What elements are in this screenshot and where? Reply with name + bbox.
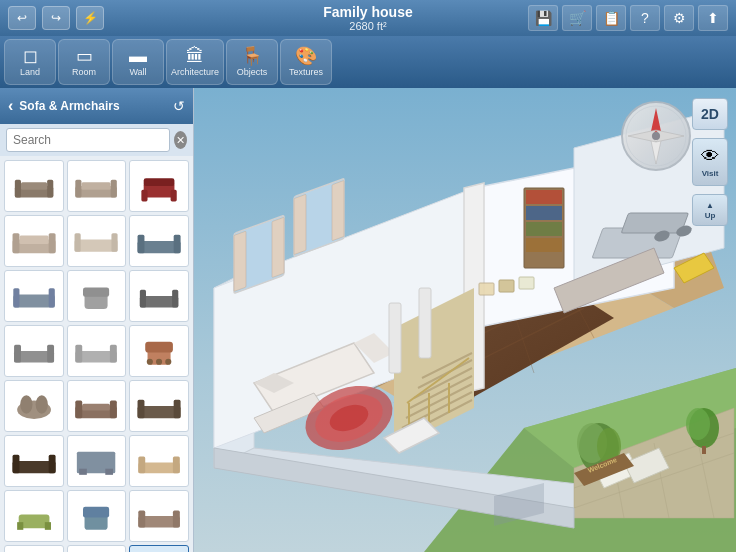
architecture-label: Architecture (171, 67, 219, 77)
search-clear-button[interactable]: ✕ (174, 131, 187, 149)
category-settings-icon[interactable]: ↺ (173, 98, 185, 114)
settings-button[interactable]: ⚙ (664, 5, 694, 31)
svg-rect-9 (144, 178, 175, 186)
upload-button[interactable]: ⬆ (698, 5, 728, 31)
furniture-item-15[interactable] (129, 380, 189, 432)
top-bar-right: 💾 🛒 📋 ? ⚙ ⬆ (528, 5, 728, 31)
furniture-item-16[interactable] (4, 435, 64, 487)
svg-rect-24 (48, 288, 54, 307)
furniture-item-1[interactable] (4, 160, 64, 212)
svg-rect-117 (294, 194, 306, 254)
redo-button[interactable]: ↪ (42, 6, 70, 30)
svg-rect-10 (141, 190, 147, 202)
furniture-item-19[interactable] (4, 490, 64, 542)
svg-rect-22 (13, 294, 55, 307)
furniture-item-17[interactable] (67, 435, 127, 487)
svg-point-40 (165, 359, 171, 365)
svg-rect-6 (111, 180, 117, 198)
furniture-item-2[interactable] (67, 160, 127, 212)
svg-rect-2 (47, 180, 53, 198)
svg-rect-7 (82, 182, 111, 190)
main-layout: ‹ Sofa & Armchairs ↺ ✕ (0, 88, 736, 552)
save-button[interactable]: 💾 (528, 5, 558, 31)
land-label: Land (20, 67, 40, 77)
furniture-item-4[interactable] (4, 215, 64, 267)
furniture-item-13[interactable] (4, 380, 64, 432)
furniture-item-14[interactable] (67, 380, 127, 432)
svg-rect-47 (83, 404, 111, 411)
furniture-item-24[interactable] (129, 545, 189, 552)
svg-point-38 (156, 359, 162, 365)
svg-rect-26 (83, 288, 109, 297)
furniture-item-11[interactable] (67, 325, 127, 377)
house-view: Welcome (194, 88, 736, 552)
svg-point-39 (147, 359, 153, 365)
furniture-item-12[interactable] (129, 325, 189, 377)
land-icon: ◻ (23, 47, 38, 65)
svg-rect-35 (110, 345, 117, 363)
tool-textures[interactable]: 🎨 Textures (280, 39, 332, 85)
svg-rect-114 (234, 231, 246, 291)
up-label: Up (705, 211, 716, 220)
items-grid (0, 156, 193, 552)
flash-button[interactable]: ⚡ (76, 6, 104, 30)
canvas-area[interactable]: Welcome (194, 88, 736, 552)
tool-room[interactable]: ▭ Room (58, 39, 110, 85)
furniture-item-23[interactable] (67, 545, 127, 552)
svg-rect-29 (172, 290, 178, 308)
objects-icon: 🪑 (241, 47, 263, 65)
architecture-icon: 🏛 (186, 47, 204, 65)
furniture-item-6[interactable] (129, 215, 189, 267)
furniture-item-9[interactable] (129, 270, 189, 322)
svg-rect-21 (174, 235, 181, 253)
tool-architecture[interactable]: 🏛 Architecture (166, 39, 224, 85)
search-input[interactable] (6, 128, 170, 152)
svg-rect-55 (80, 469, 88, 475)
back-button[interactable]: ‹ (8, 97, 13, 115)
help-button[interactable]: ? (630, 5, 660, 31)
svg-point-43 (35, 395, 47, 413)
svg-rect-15 (19, 236, 48, 244)
tool-objects[interactable]: 🪑 Objects (226, 39, 278, 85)
svg-rect-23 (13, 288, 19, 307)
up-arrow-icon: ▲ (706, 201, 714, 210)
visit-label: Visit (702, 169, 719, 178)
svg-rect-118 (332, 180, 344, 240)
furniture-item-20[interactable] (67, 490, 127, 542)
room-label: Room (72, 67, 96, 77)
furniture-item-3[interactable] (129, 160, 189, 212)
svg-rect-66 (138, 511, 145, 528)
furniture-item-5[interactable] (67, 215, 127, 267)
svg-rect-58 (138, 456, 145, 473)
furniture-item-21[interactable] (129, 490, 189, 542)
furniture-item-7[interactable] (4, 270, 64, 322)
svg-rect-18 (112, 233, 118, 251)
furniture-item-8[interactable] (67, 270, 127, 322)
tool-bar: ◻ Land ▭ Room ▬ Wall 🏛 Architecture 🪑 Ob… (0, 36, 736, 88)
svg-rect-155 (519, 277, 534, 289)
svg-rect-61 (17, 522, 23, 530)
svg-rect-67 (173, 511, 180, 528)
svg-rect-50 (174, 400, 181, 418)
top-bar-left: ↩ ↪ ⚡ (8, 6, 104, 30)
visit-button[interactable]: 👁 Visit (692, 138, 728, 186)
svg-rect-17 (75, 233, 81, 251)
left-panel: ‹ Sofa & Armchairs ↺ ✕ (0, 88, 194, 552)
furniture-item-22[interactable] (4, 545, 64, 552)
cart-button[interactable]: 🛒 (562, 5, 592, 31)
furniture-item-18[interactable] (129, 435, 189, 487)
clipboard-button[interactable]: 📋 (596, 5, 626, 31)
svg-rect-120 (526, 190, 562, 204)
svg-rect-46 (110, 401, 117, 419)
tool-land[interactable]: ◻ Land (4, 39, 56, 85)
undo-button[interactable]: ↩ (8, 6, 36, 30)
svg-rect-49 (138, 400, 145, 418)
svg-rect-13 (12, 233, 19, 253)
svg-rect-28 (140, 290, 146, 308)
svg-rect-3 (21, 182, 47, 190)
up-button[interactable]: ▲ Up (692, 194, 728, 226)
tool-wall[interactable]: ▬ Wall (112, 39, 164, 85)
furniture-item-10[interactable] (4, 325, 64, 377)
svg-rect-56 (106, 469, 114, 475)
view-2d-button[interactable]: 2D (692, 98, 728, 130)
